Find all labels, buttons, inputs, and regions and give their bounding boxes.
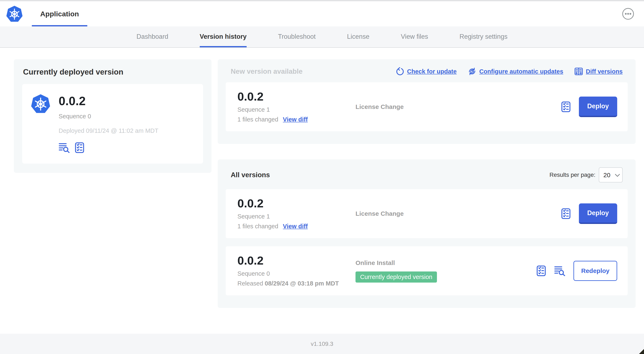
configure-automatic-updates-link[interactable]: Configure automatic updates bbox=[468, 67, 563, 76]
cursor-artifact bbox=[639, 349, 644, 354]
version-released-timestamp: Released 08/29/24 @ 03:18 pm MDT bbox=[238, 280, 356, 287]
tab-registry-settings[interactable]: Registry settings bbox=[460, 26, 508, 47]
version-history-column: New version available Check for update C… bbox=[218, 59, 636, 308]
app-version-logo-icon bbox=[30, 93, 51, 114]
current-version-deployed-timestamp: Deployed 09/11/24 @ 11:02 am MDT bbox=[58, 127, 158, 134]
currently-deployed-panel: Currently deployed version 0.0.2 Sequenc… bbox=[14, 59, 212, 173]
refresh-icon bbox=[396, 67, 404, 76]
check-for-update-label[interactable]: Check for update bbox=[407, 68, 456, 75]
app-footer: v1.109.3 bbox=[0, 334, 644, 354]
all-versions-title: All versions bbox=[231, 171, 270, 179]
new-version-title: New version available bbox=[231, 68, 302, 75]
deploy-logs-icon[interactable] bbox=[58, 142, 70, 153]
version-source: Online Install bbox=[356, 259, 536, 266]
tab-troubleshoot[interactable]: Troubleshoot bbox=[278, 26, 316, 47]
results-per-page-select[interactable]: 20 bbox=[599, 167, 623, 182]
current-version-sequence: Sequence 0 bbox=[58, 113, 158, 120]
version-number: 0.0.2 bbox=[238, 198, 356, 209]
currently-deployed-card: 0.0.2 Sequence 0 Deployed 09/11/24 @ 11:… bbox=[22, 84, 203, 164]
tab-version-history[interactable]: Version history bbox=[200, 26, 247, 47]
version-number: 0.0.2 bbox=[238, 255, 356, 266]
preflight-checklist-icon[interactable] bbox=[74, 142, 84, 153]
preflight-checklist-icon[interactable] bbox=[536, 265, 546, 276]
diff-icon bbox=[574, 67, 583, 76]
files-changed-count: 1 files changed bbox=[238, 223, 278, 230]
diff-versions-link[interactable]: Diff versions bbox=[574, 67, 623, 76]
version-row: 0.0.2 Sequence 1 1 files changed View di… bbox=[226, 189, 628, 238]
files-changed-count: 1 files changed bbox=[238, 116, 278, 123]
app-subnav: Dashboard Version history Troubleshoot L… bbox=[0, 26, 644, 48]
deploy-logs-icon[interactable] bbox=[554, 266, 566, 276]
kubernetes-logo-icon bbox=[6, 5, 23, 23]
version-sequence: Sequence 0 bbox=[238, 270, 356, 277]
deploy-button[interactable]: Deploy bbox=[579, 203, 617, 224]
version-sequence: Sequence 1 bbox=[238, 106, 356, 113]
more-options-button[interactable] bbox=[622, 8, 634, 20]
main-content: Currently deployed version 0.0.2 Sequenc… bbox=[0, 48, 644, 334]
current-version-actions bbox=[58, 142, 158, 153]
view-diff-link[interactable]: View diff bbox=[283, 116, 308, 123]
tab-dashboard[interactable]: Dashboard bbox=[136, 26, 168, 47]
version-sequence: Sequence 1 bbox=[238, 213, 356, 220]
preflight-checklist-icon[interactable] bbox=[561, 208, 571, 219]
deploy-button[interactable]: Deploy bbox=[579, 97, 617, 117]
view-diff-link[interactable]: View diff bbox=[283, 223, 308, 230]
tab-view-files[interactable]: View files bbox=[401, 26, 428, 47]
results-per-page-label: Results per page: bbox=[550, 172, 596, 178]
version-number: 0.0.2 bbox=[238, 91, 356, 102]
diff-versions-label[interactable]: Diff versions bbox=[586, 68, 623, 75]
new-version-panel: New version available Check for update C… bbox=[218, 59, 636, 144]
redeploy-button[interactable]: Redeploy bbox=[574, 261, 617, 281]
all-versions-panel: All versions Results per page: 20 bbox=[218, 159, 636, 308]
update-actions: Check for update Configure automatic upd… bbox=[396, 67, 623, 76]
currently-deployed-title: Currently deployed version bbox=[23, 68, 202, 77]
version-source: License Change bbox=[356, 103, 561, 110]
check-for-update-link[interactable]: Check for update bbox=[396, 67, 456, 76]
admin-console-version: v1.109.3 bbox=[311, 340, 333, 347]
version-source: License Change bbox=[356, 210, 561, 217]
configure-automatic-updates-label[interactable]: Configure automatic updates bbox=[479, 68, 563, 75]
new-version-card: 0.0.2 Sequence 1 1 files changed View di… bbox=[226, 82, 628, 131]
tab-license[interactable]: License bbox=[347, 26, 370, 47]
app-header: Application bbox=[0, 1, 644, 26]
app-title: Application bbox=[40, 10, 79, 18]
preflight-checklist-icon[interactable] bbox=[561, 101, 571, 112]
version-row: 0.0.2 Sequence 0 Released 08/29/24 @ 03:… bbox=[226, 246, 628, 295]
clock-refresh-icon bbox=[468, 67, 476, 76]
currently-deployed-badge: Currently deployed version bbox=[356, 271, 437, 282]
app-title-tab[interactable]: Application bbox=[32, 1, 87, 26]
results-per-page: Results per page: 20 bbox=[550, 167, 623, 182]
current-version-number: 0.0.2 bbox=[58, 95, 158, 107]
ellipsis-icon bbox=[622, 8, 634, 20]
